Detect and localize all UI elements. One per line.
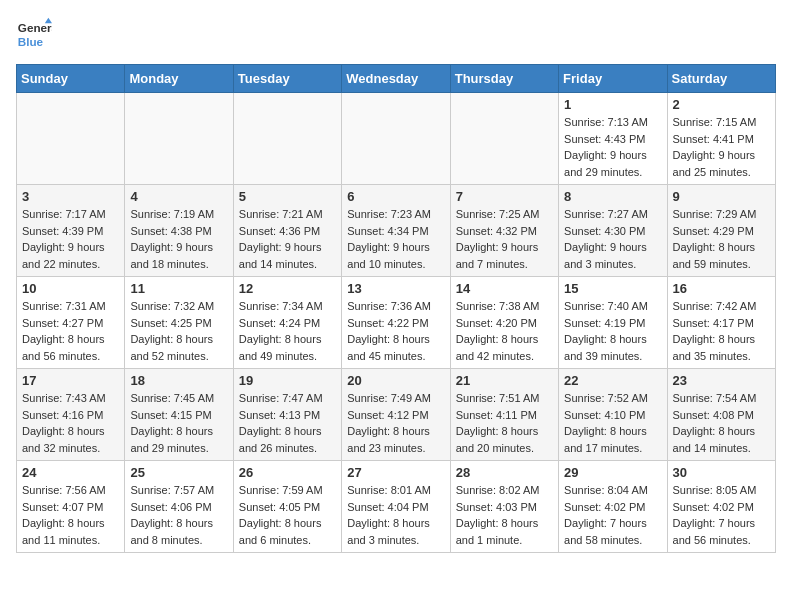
day-number: 28 (456, 465, 553, 480)
day-number: 18 (130, 373, 227, 388)
day-number: 22 (564, 373, 661, 388)
calendar-week-row: 17Sunrise: 7:43 AM Sunset: 4:16 PM Dayli… (17, 369, 776, 461)
calendar-body: 1Sunrise: 7:13 AM Sunset: 4:43 PM Daylig… (17, 93, 776, 553)
calendar-table: SundayMondayTuesdayWednesdayThursdayFrid… (16, 64, 776, 553)
day-info: Sunrise: 7:57 AM Sunset: 4:06 PM Dayligh… (130, 482, 227, 548)
calendar-cell (125, 93, 233, 185)
day-number: 7 (456, 189, 553, 204)
day-info: Sunrise: 8:01 AM Sunset: 4:04 PM Dayligh… (347, 482, 444, 548)
calendar-week-row: 24Sunrise: 7:56 AM Sunset: 4:07 PM Dayli… (17, 461, 776, 553)
day-number: 2 (673, 97, 770, 112)
logo: General Blue (16, 16, 52, 52)
day-info: Sunrise: 7:23 AM Sunset: 4:34 PM Dayligh… (347, 206, 444, 272)
day-number: 13 (347, 281, 444, 296)
day-info: Sunrise: 7:42 AM Sunset: 4:17 PM Dayligh… (673, 298, 770, 364)
day-info: Sunrise: 7:54 AM Sunset: 4:08 PM Dayligh… (673, 390, 770, 456)
calendar-cell: 19Sunrise: 7:47 AM Sunset: 4:13 PM Dayli… (233, 369, 341, 461)
calendar-cell: 14Sunrise: 7:38 AM Sunset: 4:20 PM Dayli… (450, 277, 558, 369)
calendar-week-row: 10Sunrise: 7:31 AM Sunset: 4:27 PM Dayli… (17, 277, 776, 369)
calendar-day-header: Sunday (17, 65, 125, 93)
day-number: 30 (673, 465, 770, 480)
calendar-cell: 25Sunrise: 7:57 AM Sunset: 4:06 PM Dayli… (125, 461, 233, 553)
calendar-day-header: Saturday (667, 65, 775, 93)
day-number: 5 (239, 189, 336, 204)
calendar-cell: 6Sunrise: 7:23 AM Sunset: 4:34 PM Daylig… (342, 185, 450, 277)
day-number: 10 (22, 281, 119, 296)
calendar-cell: 27Sunrise: 8:01 AM Sunset: 4:04 PM Dayli… (342, 461, 450, 553)
calendar-week-row: 3Sunrise: 7:17 AM Sunset: 4:39 PM Daylig… (17, 185, 776, 277)
calendar-cell: 12Sunrise: 7:34 AM Sunset: 4:24 PM Dayli… (233, 277, 341, 369)
calendar-day-header: Monday (125, 65, 233, 93)
calendar-day-header: Thursday (450, 65, 558, 93)
logo-icon: General Blue (16, 16, 52, 52)
day-info: Sunrise: 7:51 AM Sunset: 4:11 PM Dayligh… (456, 390, 553, 456)
calendar-cell: 16Sunrise: 7:42 AM Sunset: 4:17 PM Dayli… (667, 277, 775, 369)
day-info: Sunrise: 7:45 AM Sunset: 4:15 PM Dayligh… (130, 390, 227, 456)
day-info: Sunrise: 7:13 AM Sunset: 4:43 PM Dayligh… (564, 114, 661, 180)
day-number: 24 (22, 465, 119, 480)
day-info: Sunrise: 7:56 AM Sunset: 4:07 PM Dayligh… (22, 482, 119, 548)
calendar-cell (342, 93, 450, 185)
day-info: Sunrise: 7:34 AM Sunset: 4:24 PM Dayligh… (239, 298, 336, 364)
day-number: 14 (456, 281, 553, 296)
calendar-cell (233, 93, 341, 185)
day-number: 11 (130, 281, 227, 296)
day-info: Sunrise: 7:17 AM Sunset: 4:39 PM Dayligh… (22, 206, 119, 272)
day-info: Sunrise: 7:32 AM Sunset: 4:25 PM Dayligh… (130, 298, 227, 364)
day-number: 4 (130, 189, 227, 204)
day-number: 16 (673, 281, 770, 296)
calendar-cell (17, 93, 125, 185)
calendar-header-row: SundayMondayTuesdayWednesdayThursdayFrid… (17, 65, 776, 93)
calendar-cell: 11Sunrise: 7:32 AM Sunset: 4:25 PM Dayli… (125, 277, 233, 369)
day-info: Sunrise: 7:27 AM Sunset: 4:30 PM Dayligh… (564, 206, 661, 272)
page-header: General Blue (16, 16, 776, 52)
calendar-cell: 26Sunrise: 7:59 AM Sunset: 4:05 PM Dayli… (233, 461, 341, 553)
day-info: Sunrise: 8:05 AM Sunset: 4:02 PM Dayligh… (673, 482, 770, 548)
calendar-cell: 9Sunrise: 7:29 AM Sunset: 4:29 PM Daylig… (667, 185, 775, 277)
calendar-cell: 8Sunrise: 7:27 AM Sunset: 4:30 PM Daylig… (559, 185, 667, 277)
calendar-week-row: 1Sunrise: 7:13 AM Sunset: 4:43 PM Daylig… (17, 93, 776, 185)
calendar-cell: 3Sunrise: 7:17 AM Sunset: 4:39 PM Daylig… (17, 185, 125, 277)
day-number: 25 (130, 465, 227, 480)
calendar-cell: 23Sunrise: 7:54 AM Sunset: 4:08 PM Dayli… (667, 369, 775, 461)
day-info: Sunrise: 7:47 AM Sunset: 4:13 PM Dayligh… (239, 390, 336, 456)
day-number: 17 (22, 373, 119, 388)
calendar-cell: 2Sunrise: 7:15 AM Sunset: 4:41 PM Daylig… (667, 93, 775, 185)
day-info: Sunrise: 7:31 AM Sunset: 4:27 PM Dayligh… (22, 298, 119, 364)
calendar-cell: 1Sunrise: 7:13 AM Sunset: 4:43 PM Daylig… (559, 93, 667, 185)
calendar-day-header: Tuesday (233, 65, 341, 93)
day-number: 6 (347, 189, 444, 204)
calendar-cell: 10Sunrise: 7:31 AM Sunset: 4:27 PM Dayli… (17, 277, 125, 369)
day-info: Sunrise: 7:36 AM Sunset: 4:22 PM Dayligh… (347, 298, 444, 364)
calendar-cell: 5Sunrise: 7:21 AM Sunset: 4:36 PM Daylig… (233, 185, 341, 277)
day-number: 12 (239, 281, 336, 296)
calendar-cell: 18Sunrise: 7:45 AM Sunset: 4:15 PM Dayli… (125, 369, 233, 461)
day-number: 29 (564, 465, 661, 480)
day-info: Sunrise: 8:02 AM Sunset: 4:03 PM Dayligh… (456, 482, 553, 548)
svg-text:Blue: Blue (18, 35, 44, 48)
day-number: 9 (673, 189, 770, 204)
calendar-day-header: Friday (559, 65, 667, 93)
day-info: Sunrise: 7:59 AM Sunset: 4:05 PM Dayligh… (239, 482, 336, 548)
day-info: Sunrise: 7:15 AM Sunset: 4:41 PM Dayligh… (673, 114, 770, 180)
calendar-cell: 28Sunrise: 8:02 AM Sunset: 4:03 PM Dayli… (450, 461, 558, 553)
calendar-cell: 4Sunrise: 7:19 AM Sunset: 4:38 PM Daylig… (125, 185, 233, 277)
calendar-cell: 17Sunrise: 7:43 AM Sunset: 4:16 PM Dayli… (17, 369, 125, 461)
day-number: 26 (239, 465, 336, 480)
day-info: Sunrise: 7:43 AM Sunset: 4:16 PM Dayligh… (22, 390, 119, 456)
day-info: Sunrise: 7:25 AM Sunset: 4:32 PM Dayligh… (456, 206, 553, 272)
calendar-cell: 30Sunrise: 8:05 AM Sunset: 4:02 PM Dayli… (667, 461, 775, 553)
calendar-cell: 22Sunrise: 7:52 AM Sunset: 4:10 PM Dayli… (559, 369, 667, 461)
day-info: Sunrise: 7:49 AM Sunset: 4:12 PM Dayligh… (347, 390, 444, 456)
day-info: Sunrise: 7:40 AM Sunset: 4:19 PM Dayligh… (564, 298, 661, 364)
day-number: 19 (239, 373, 336, 388)
calendar-cell: 15Sunrise: 7:40 AM Sunset: 4:19 PM Dayli… (559, 277, 667, 369)
day-info: Sunrise: 7:38 AM Sunset: 4:20 PM Dayligh… (456, 298, 553, 364)
day-info: Sunrise: 7:19 AM Sunset: 4:38 PM Dayligh… (130, 206, 227, 272)
day-number: 8 (564, 189, 661, 204)
day-number: 23 (673, 373, 770, 388)
calendar-cell: 24Sunrise: 7:56 AM Sunset: 4:07 PM Dayli… (17, 461, 125, 553)
calendar-cell: 7Sunrise: 7:25 AM Sunset: 4:32 PM Daylig… (450, 185, 558, 277)
day-info: Sunrise: 7:21 AM Sunset: 4:36 PM Dayligh… (239, 206, 336, 272)
day-number: 20 (347, 373, 444, 388)
